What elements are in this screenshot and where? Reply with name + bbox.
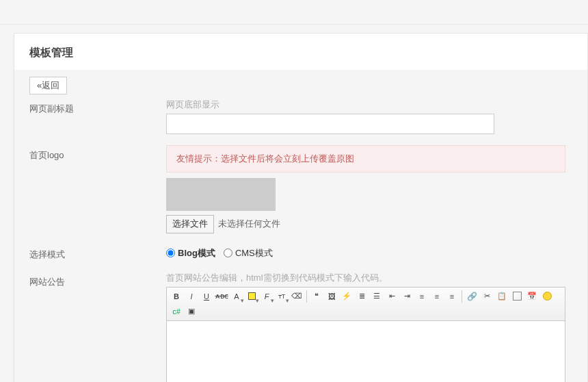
label-logo: 首页logo bbox=[29, 145, 166, 162]
radio-blog-label: Blog模式 bbox=[178, 247, 215, 259]
date-icon[interactable]: 📅 bbox=[525, 290, 539, 303]
bgcolor-icon[interactable]: ▾ bbox=[245, 290, 258, 303]
input-subtitle[interactable] bbox=[166, 114, 494, 134]
row-subtitle: 网页副标题 网页底部显示 bbox=[14, 94, 587, 141]
page-title: 模板管理 bbox=[14, 34, 587, 70]
italic-icon[interactable]: I bbox=[185, 290, 198, 303]
indent-icon[interactable]: ⇥ bbox=[400, 290, 414, 303]
main-panel: 模板管理 «返回 网页副标题 网页底部显示 首页logo 友情提示：选择文件后将… bbox=[14, 33, 588, 382]
separator-icon bbox=[306, 290, 307, 303]
image-icon[interactable]: 🖼 bbox=[325, 290, 338, 303]
unorderedlist-icon[interactable]: ☰ bbox=[370, 290, 384, 303]
radio-cms-label: CMS模式 bbox=[235, 247, 273, 259]
alignright-icon[interactable]: ≡ bbox=[445, 290, 459, 303]
flash-icon[interactable]: ⚡ bbox=[340, 290, 353, 303]
editor-body[interactable] bbox=[166, 321, 565, 382]
row-logo: 首页logo 友情提示：选择文件后将会立刻上传覆盖原图 选择文件 未选择任何文件 bbox=[14, 141, 587, 240]
alignleft-icon[interactable]: ≡ bbox=[415, 290, 429, 303]
smiley-icon[interactable] bbox=[540, 290, 554, 303]
more-icon[interactable]: ▣ bbox=[185, 305, 198, 318]
code-icon[interactable]: c# bbox=[170, 305, 183, 318]
label-mode: 选择模式 bbox=[29, 244, 166, 261]
file-choose-button[interactable]: 选择文件 bbox=[166, 215, 214, 233]
label-announce: 网站公告 bbox=[29, 272, 166, 288]
row-announce: 网站公告 首页网站公告编辑，html需切换到代码模式下输入代码。 B I U ᴀ… bbox=[14, 268, 587, 382]
fontfamily-icon[interactable]: F▾ bbox=[260, 290, 273, 303]
content-area: «返回 网页副标题 网页底部显示 首页logo 友情提示：选择文件后将会立刻上传… bbox=[14, 70, 587, 382]
strikethrough-icon[interactable]: ᴀʙᴄ bbox=[215, 290, 228, 303]
editor-toolbar: B I U ᴀʙᴄ A▾ ▾ F▾ ᴛT▾ ⌫ ❝ 🖼 ⚡ ≣ ☰ ⇤ ⇥ bbox=[166, 287, 565, 321]
radio-blog-input[interactable] bbox=[166, 249, 175, 257]
fontcolor-icon[interactable]: A▾ bbox=[230, 290, 243, 303]
radio-blog[interactable]: Blog模式 bbox=[166, 247, 215, 259]
unlink-icon[interactable]: ✂ bbox=[480, 290, 494, 303]
logo-preview bbox=[166, 178, 276, 211]
hint-subtitle: 网页底部显示 bbox=[166, 99, 572, 114]
separator-icon bbox=[462, 290, 462, 303]
alert-logo: 友情提示：选择文件后将会立刻上传覆盖原图 bbox=[166, 145, 565, 173]
orderedlist-icon[interactable]: ≣ bbox=[355, 290, 369, 303]
row-mode: 选择模式 Blog模式 CMS模式 bbox=[14, 240, 587, 268]
radio-cms-input[interactable] bbox=[224, 249, 232, 257]
back-button[interactable]: «返回 bbox=[29, 77, 67, 94]
bold-icon[interactable]: B bbox=[170, 290, 183, 303]
fontsize-icon[interactable]: ᴛT▾ bbox=[275, 290, 289, 303]
underline-icon[interactable]: U bbox=[200, 290, 213, 303]
link-icon[interactable]: 🔗 bbox=[465, 290, 479, 303]
paste-icon[interactable]: 📋 bbox=[495, 290, 509, 303]
outdent-icon[interactable]: ⇤ bbox=[385, 290, 399, 303]
blockquote-icon[interactable]: ❝ bbox=[310, 290, 323, 303]
radio-cms[interactable]: CMS模式 bbox=[224, 247, 273, 259]
aligncenter-icon[interactable]: ≡ bbox=[430, 290, 444, 303]
removeformat-icon[interactable]: ⌫ bbox=[290, 290, 304, 303]
label-subtitle: 网页副标题 bbox=[29, 99, 166, 115]
hint-announce: 首页网站公告编辑，html需切换到代码模式下输入代码。 bbox=[166, 272, 565, 287]
top-bar bbox=[0, 0, 588, 25]
table-icon[interactable] bbox=[510, 290, 524, 303]
file-status-text: 未选择任何文件 bbox=[218, 218, 280, 230]
